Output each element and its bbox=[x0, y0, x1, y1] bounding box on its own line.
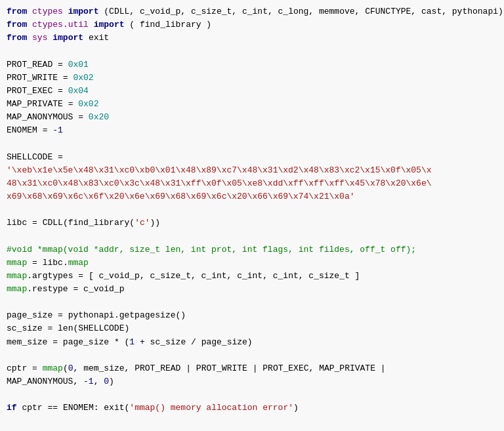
code-line-cptr2: MAP_ANONYMOUS, -1, 0) bbox=[7, 375, 497, 388]
code-line-3: from sys import exit bbox=[7, 31, 497, 45]
blank-line-1 bbox=[7, 45, 497, 58]
code-line-7: PROT_EXEC = 0x04 bbox=[7, 85, 497, 98]
code-line-14: 48\x31\xc0\x48\x83\xc0\x3c\x48\x31\xff\x… bbox=[7, 177, 497, 190]
code-editor: from ctypes import (CDLL, c_void_p, c_si… bbox=[0, 0, 504, 431]
code-line-8: MAP_PRIVATE = 0x02 bbox=[7, 98, 497, 111]
code-line-12: SHELLCODE = bbox=[7, 151, 497, 164]
code-line-mmap2: mmap.argtypes = [ c_void_p, c_size_t, c_… bbox=[7, 270, 497, 283]
code-line-scsize: sc_size = len(SHELLCODE) bbox=[7, 322, 497, 335]
code-line-memsize: mem_size = page_size * (1 + sc_size / pa… bbox=[7, 336, 497, 349]
code-line-mmap1: mmap = libc.mmap bbox=[7, 257, 497, 270]
code-line-mmap3: mmap.restype = c_void_p bbox=[7, 283, 497, 296]
blank-line-8 bbox=[7, 415, 497, 428]
code-line-17: libc = CDLL(find_library('c')) bbox=[7, 216, 497, 230]
blank-line-2 bbox=[7, 137, 497, 150]
blank-line-5 bbox=[7, 296, 497, 309]
code-line-2: from ctypes.util import ( find_library ) bbox=[7, 18, 497, 31]
code-line-6: PROT_WRITE = 0x02 bbox=[7, 72, 497, 85]
code-line-if1: if cptr == ENOMEM: exit('mmap() memory a… bbox=[7, 401, 497, 415]
code-line-5: PROT_READ = 0x01 bbox=[7, 58, 497, 72]
code-line-15: x69\x68\x69\x6c\x6f\x20\x6e\x69\x68\x69\… bbox=[7, 190, 497, 203]
code-line-if2: if sc_size <= mem_size: bbox=[7, 428, 497, 432]
blank-line-4 bbox=[7, 230, 497, 243]
code-line-cptr1: cptr = mmap(0, mem_size, PROT_READ | PRO… bbox=[7, 362, 497, 375]
code-line-10: ENOMEM = -1 bbox=[7, 124, 497, 137]
code-line-comment: #void *mmap(void *addr, size_t len, int … bbox=[7, 243, 497, 257]
code-line-13: '\xeb\x1e\x5e\x48\x31\xc0\xb0\x01\x48\x8… bbox=[7, 164, 497, 177]
code-line-1: from ctypes import (CDLL, c_void_p, c_si… bbox=[7, 5, 497, 18]
blank-line-7 bbox=[7, 388, 497, 401]
code-line-pagesize: page_size = pythonapi.getpagesize() bbox=[7, 309, 497, 322]
code-line-9: MAP_ANONYMOUS = 0x20 bbox=[7, 111, 497, 124]
blank-line-3 bbox=[7, 203, 497, 216]
blank-line-6 bbox=[7, 349, 497, 362]
